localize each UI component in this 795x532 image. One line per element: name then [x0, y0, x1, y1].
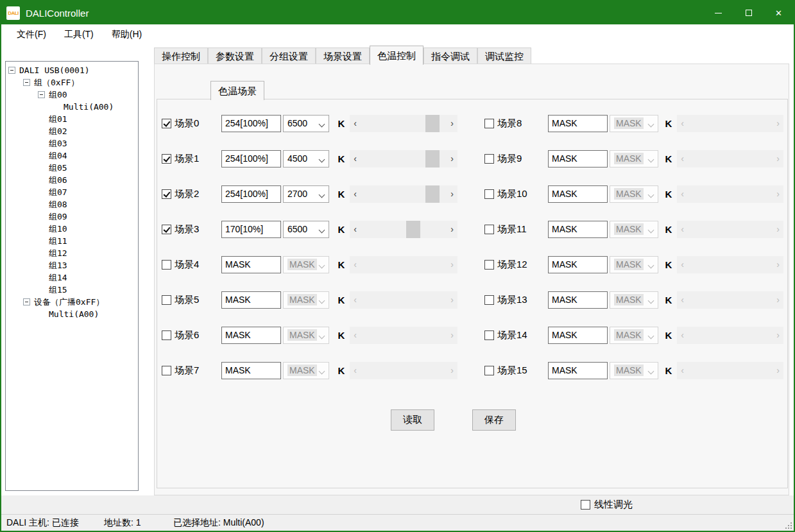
scene-temp-select[interactable]: MASK	[283, 256, 329, 273]
tree-node[interactable]: 组06	[6, 174, 138, 186]
scene-temp-select[interactable]: 6500	[283, 221, 329, 238]
tab-场景设置[interactable]: 场景设置	[316, 47, 370, 64]
tree-node[interactable]: 组11	[6, 235, 138, 247]
tree-node[interactable]: 组（0xFF）	[6, 76, 138, 89]
scene-temp-select[interactable]: MASK	[610, 115, 658, 132]
tree-node[interactable]: 组00	[6, 89, 138, 101]
scene-enable-checkbox[interactable]	[484, 366, 494, 375]
resize-grip[interactable]	[784, 521, 792, 529]
scene-enable-checkbox[interactable]	[162, 260, 171, 270]
scroll-right-icon[interactable]: ›	[447, 185, 457, 203]
scrollbar-thumb[interactable]	[425, 150, 440, 167]
tree-node[interactable]: Multi(A00)	[6, 101, 138, 113]
scene-brightness-input[interactable]	[548, 221, 608, 238]
tree-node[interactable]: 组14	[6, 271, 138, 284]
scene-enable-checkbox[interactable]	[162, 295, 171, 305]
scene-enable-checkbox[interactable]	[484, 330, 494, 340]
tab-操作控制[interactable]: 操作控制	[154, 47, 208, 64]
scene-brightness-input[interactable]	[548, 291, 608, 309]
scroll-left-icon[interactable]: ‹	[350, 185, 361, 203]
scene-enable-checkbox[interactable]	[484, 295, 494, 305]
menu-item-0[interactable]: 文件(F)	[8, 25, 55, 44]
scene-enable-checkbox[interactable]	[484, 225, 494, 234]
close-button[interactable]: ✕	[764, 1, 794, 24]
scene-temp-select[interactable]: MASK	[283, 291, 329, 309]
scene-brightness-input[interactable]	[548, 362, 608, 379]
scene-temp-select[interactable]: MASK	[610, 185, 658, 203]
scene-temp-select[interactable]: MASK	[610, 291, 658, 309]
scene-brightness-input[interactable]	[221, 221, 281, 238]
tree-node[interactable]: 组08	[6, 198, 138, 210]
scene-enable-checkbox[interactable]	[162, 330, 171, 340]
scene-brightness-input[interactable]	[548, 150, 608, 167]
scene-temp-select[interactable]: MASK	[283, 327, 329, 344]
scene-brightness-input[interactable]	[548, 327, 608, 344]
maximize-button[interactable]	[733, 1, 764, 24]
scroll-right-icon[interactable]: ›	[447, 115, 457, 132]
scene-enable-checkbox[interactable]	[162, 366, 171, 375]
scroll-left-icon[interactable]: ‹	[350, 115, 361, 132]
linear-dimming-checkbox[interactable]	[581, 500, 590, 510]
scrollbar-thumb[interactable]	[425, 185, 440, 203]
tab-调试监控[interactable]: 调试监控	[477, 47, 531, 64]
scene-temp-select[interactable]: MASK	[283, 362, 329, 379]
scene-brightness-input[interactable]	[221, 362, 281, 379]
tree-node[interactable]: 组04	[6, 150, 138, 162]
tree-node[interactable]: 组15	[6, 284, 138, 296]
tab-色温控制[interactable]: 色温控制	[370, 46, 423, 65]
scene-brightness-scrollbar[interactable]: ‹›	[350, 185, 457, 203]
scene-brightness-scrollbar[interactable]: ‹›	[350, 115, 457, 132]
scene-temp-select[interactable]: 4500	[283, 150, 329, 167]
scene-brightness-scrollbar[interactable]: ‹›	[350, 150, 457, 167]
scene-brightness-input[interactable]	[221, 150, 281, 167]
tree-node[interactable]: 组12	[6, 247, 138, 259]
tree-node[interactable]: 组01	[6, 113, 138, 125]
scene-enable-checkbox[interactable]	[162, 189, 171, 199]
scene-brightness-input[interactable]	[548, 256, 608, 273]
scene-brightness-input[interactable]	[221, 256, 281, 273]
tree-node[interactable]: 组09	[6, 210, 138, 223]
scene-brightness-scrollbar[interactable]: ‹›	[350, 221, 457, 238]
scene-enable-checkbox[interactable]	[484, 119, 494, 128]
tree-node[interactable]: 设备（广播0xFF）	[6, 296, 138, 308]
scene-enable-checkbox[interactable]	[484, 260, 494, 270]
scene-brightness-input[interactable]	[548, 115, 608, 132]
scene-brightness-input[interactable]	[221, 185, 281, 203]
tree-node[interactable]: 组05	[6, 162, 138, 174]
scene-brightness-input[interactable]	[221, 291, 281, 309]
scene-enable-checkbox[interactable]	[162, 154, 171, 164]
save-button[interactable]: 保存	[472, 409, 516, 431]
read-button[interactable]: 读取	[391, 409, 434, 431]
tree-node[interactable]: 组02	[6, 125, 138, 137]
tab-参数设置[interactable]: 参数设置	[208, 47, 262, 64]
scene-temp-select[interactable]: MASK	[610, 221, 658, 238]
scene-enable-checkbox[interactable]	[484, 189, 494, 199]
scroll-right-icon[interactable]: ›	[447, 150, 457, 167]
tree-node[interactable]: 组07	[6, 186, 138, 198]
scene-enable-checkbox[interactable]	[162, 225, 171, 234]
collapse-icon[interactable]	[8, 67, 15, 74]
collapse-icon[interactable]	[23, 298, 30, 305]
scrollbar-thumb[interactable]	[425, 115, 440, 132]
scroll-left-icon[interactable]: ‹	[350, 221, 361, 238]
menu-item-2[interactable]: 帮助(H)	[103, 25, 151, 44]
scene-temp-select[interactable]: 2700	[283, 185, 329, 203]
collapse-icon[interactable]	[38, 91, 45, 98]
scene-brightness-input[interactable]	[221, 327, 281, 344]
scene-temp-select[interactable]: MASK	[610, 327, 658, 344]
tree-node[interactable]: 组13	[6, 259, 138, 271]
linear-dimming-option[interactable]: 线性调光	[581, 499, 633, 511]
scene-temp-select[interactable]: MASK	[610, 362, 658, 379]
scene-enable-checkbox[interactable]	[484, 154, 494, 164]
menu-item-1[interactable]: 工具(T)	[55, 25, 103, 44]
scroll-left-icon[interactable]: ‹	[350, 150, 361, 167]
subtab-色温场景[interactable]: 色温场景	[210, 81, 264, 100]
scene-temp-select[interactable]: MASK	[610, 256, 658, 273]
tab-分组设置[interactable]: 分组设置	[262, 47, 316, 64]
scroll-right-icon[interactable]: ›	[447, 221, 457, 238]
tab-指令调试[interactable]: 指令调试	[423, 47, 477, 64]
tree-node[interactable]: 组03	[6, 137, 138, 150]
scene-temp-select[interactable]: 6500	[283, 115, 329, 132]
scene-enable-checkbox[interactable]	[162, 119, 171, 128]
scrollbar-thumb[interactable]	[406, 221, 420, 238]
